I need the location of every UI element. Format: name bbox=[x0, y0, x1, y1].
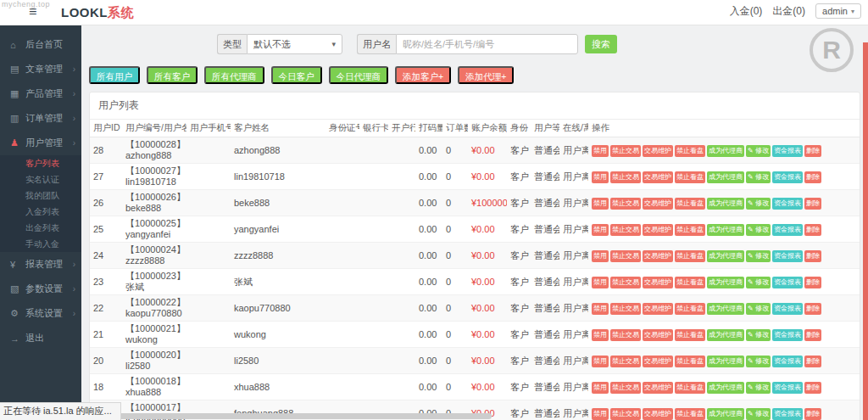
delete-button[interactable]: 删除 bbox=[804, 382, 821, 394]
sidebar-item-reports[interactable]: ¥ 报表管理 › bbox=[0, 252, 81, 277]
deposit-link[interactable]: 入金(0) bbox=[730, 4, 763, 19]
trade-maintenance-button[interactable]: 交易维护 bbox=[643, 356, 673, 367]
edit-button[interactable]: ✎ 修改 bbox=[746, 329, 771, 341]
trade-maintenance-button[interactable]: 交易维护 bbox=[643, 382, 673, 394]
sidebar-item-orders[interactable]: ▥ 订单管理 › bbox=[0, 106, 81, 131]
username-search-input[interactable] bbox=[396, 34, 578, 54]
edit-button[interactable]: ✎ 修改 bbox=[746, 408, 771, 420]
search-button[interactable]: 搜索 bbox=[585, 35, 617, 53]
trade-maintenance-button[interactable]: 交易维护 bbox=[643, 171, 673, 183]
disable-button[interactable]: 禁用 bbox=[592, 171, 609, 183]
disable-button[interactable]: 禁用 bbox=[592, 382, 609, 394]
sidebar-item-products[interactable]: ▦ 产品管理 › bbox=[0, 81, 81, 106]
become-agent-button[interactable]: 成为代理商 bbox=[707, 171, 744, 183]
edit-button[interactable]: ✎ 修改 bbox=[746, 171, 771, 183]
fund-report-button[interactable]: 资金报表 bbox=[772, 277, 803, 288]
trade-maintenance-button[interactable]: 交易维护 bbox=[643, 250, 673, 262]
become-agent-button[interactable]: 成为代理商 bbox=[707, 356, 744, 367]
forbid-market-view-button[interactable]: 禁止看盘 bbox=[675, 382, 705, 394]
forbid-market-view-button[interactable]: 禁止看盘 bbox=[675, 408, 705, 420]
delete-button[interactable]: 删除 bbox=[804, 224, 821, 236]
disable-button[interactable]: 禁用 bbox=[592, 303, 609, 315]
sidebar-item-params[interactable]: ▧ 参数设置 › bbox=[0, 277, 81, 301]
horizontal-scrollbar[interactable] bbox=[85, 413, 492, 419]
today-agents-button[interactable]: 今日代理商 bbox=[329, 66, 389, 84]
fund-report-button[interactable]: 资金报表 bbox=[772, 356, 803, 367]
forbid-market-view-button[interactable]: 禁止看盘 bbox=[675, 145, 705, 157]
forbid-trade-button[interactable]: 禁止交易 bbox=[610, 408, 641, 420]
forbid-trade-button[interactable]: 禁止交易 bbox=[610, 356, 641, 367]
type-select[interactable]: 默认不选 ▾ bbox=[247, 34, 342, 54]
all-customers-button[interactable]: 所有客户 bbox=[147, 66, 198, 84]
sidebar-item-system[interactable]: ⚙ 系统设置 › bbox=[0, 301, 81, 326]
forbid-trade-button[interactable]: 禁止交易 bbox=[610, 382, 641, 394]
delete-button[interactable]: 删除 bbox=[804, 277, 821, 288]
become-agent-button[interactable]: 成为代理商 bbox=[707, 250, 744, 262]
become-agent-button[interactable]: 成为代理商 bbox=[707, 145, 744, 157]
trade-maintenance-button[interactable]: 交易维护 bbox=[643, 329, 673, 341]
sidebar-subitem-deposit-list[interactable]: 入金列表 bbox=[0, 204, 81, 220]
trade-maintenance-button[interactable]: 交易维护 bbox=[643, 145, 673, 157]
today-customers-button[interactable]: 今日客户 bbox=[271, 66, 322, 84]
disable-button[interactable]: 禁用 bbox=[592, 408, 609, 420]
fund-report-button[interactable]: 资金报表 bbox=[772, 382, 803, 394]
trade-maintenance-button[interactable]: 交易维护 bbox=[643, 277, 673, 288]
disable-button[interactable]: 禁用 bbox=[592, 145, 609, 157]
sidebar-subitem-my-team[interactable]: 我的团队 bbox=[0, 188, 81, 204]
forbid-trade-button[interactable]: 禁止交易 bbox=[610, 329, 641, 341]
trade-maintenance-button[interactable]: 交易维护 bbox=[643, 198, 673, 210]
vertical-scrollbar[interactable] bbox=[863, 42, 868, 420]
fund-report-button[interactable]: 资金报表 bbox=[772, 145, 803, 157]
sidebar-item-users[interactable]: ♟ 用户管理 › bbox=[0, 131, 81, 155]
edit-button[interactable]: ✎ 修改 bbox=[746, 198, 771, 210]
sidebar-subitem-manual-deposit[interactable]: 手动入金 bbox=[0, 236, 81, 252]
sidebar-subitem-customer-list[interactable]: 客户列表 bbox=[0, 155, 81, 171]
forbid-trade-button[interactable]: 禁止交易 bbox=[610, 303, 641, 315]
delete-button[interactable]: 删除 bbox=[804, 250, 821, 262]
all-users-button[interactable]: 所有用户 bbox=[89, 66, 140, 84]
edit-button[interactable]: ✎ 修改 bbox=[746, 145, 771, 157]
become-agent-button[interactable]: 成为代理商 bbox=[707, 382, 744, 394]
delete-button[interactable]: 删除 bbox=[804, 408, 821, 420]
fund-report-button[interactable]: 资金报表 bbox=[772, 329, 803, 341]
edit-button[interactable]: ✎ 修改 bbox=[746, 277, 771, 288]
forbid-market-view-button[interactable]: 禁止看盘 bbox=[675, 303, 705, 315]
delete-button[interactable]: 删除 bbox=[804, 356, 821, 367]
sidebar-item-logout[interactable]: → 退出 bbox=[0, 326, 81, 350]
disable-button[interactable]: 禁用 bbox=[592, 277, 609, 288]
forbid-market-view-button[interactable]: 禁止看盘 bbox=[675, 277, 705, 288]
delete-button[interactable]: 删除 bbox=[804, 171, 821, 183]
delete-button[interactable]: 删除 bbox=[804, 145, 821, 157]
edit-button[interactable]: ✎ 修改 bbox=[746, 382, 771, 394]
become-agent-button[interactable]: 成为代理商 bbox=[707, 408, 744, 420]
sidebar-subitem-withdraw-list[interactable]: 出金列表 bbox=[0, 220, 81, 236]
disable-button[interactable]: 禁用 bbox=[592, 356, 609, 367]
forbid-market-view-button[interactable]: 禁止看盘 bbox=[675, 171, 705, 183]
add-agent-button[interactable]: 添加代理+ bbox=[458, 66, 514, 84]
forbid-trade-button[interactable]: 禁止交易 bbox=[610, 145, 641, 157]
admin-dropdown[interactable]: admin ▾ bbox=[815, 3, 861, 19]
delete-button[interactable]: 删除 bbox=[804, 198, 821, 210]
disable-button[interactable]: 禁用 bbox=[592, 198, 609, 210]
sidebar-subitem-real-name-auth[interactable]: 实名认证 bbox=[0, 171, 81, 188]
edit-button[interactable]: ✎ 修改 bbox=[746, 224, 771, 236]
forbid-trade-button[interactable]: 禁止交易 bbox=[610, 198, 641, 210]
forbid-market-view-button[interactable]: 禁止看盘 bbox=[675, 356, 705, 367]
fund-report-button[interactable]: 资金报表 bbox=[772, 250, 803, 262]
forbid-trade-button[interactable]: 禁止交易 bbox=[610, 224, 641, 236]
become-agent-button[interactable]: 成为代理商 bbox=[707, 198, 744, 210]
disable-button[interactable]: 禁用 bbox=[592, 329, 609, 341]
fund-report-button[interactable]: 资金报表 bbox=[772, 171, 803, 183]
edit-button[interactable]: ✎ 修改 bbox=[746, 303, 771, 315]
become-agent-button[interactable]: 成为代理商 bbox=[707, 303, 744, 315]
delete-button[interactable]: 删除 bbox=[804, 329, 821, 341]
edit-button[interactable]: ✎ 修改 bbox=[746, 250, 771, 262]
disable-button[interactable]: 禁用 bbox=[592, 250, 609, 262]
sidebar-item-articles[interactable]: ▤ 文章管理 › bbox=[0, 57, 81, 81]
become-agent-button[interactable]: 成为代理商 bbox=[707, 277, 744, 288]
trade-maintenance-button[interactable]: 交易维护 bbox=[643, 224, 673, 236]
fund-report-button[interactable]: 资金报表 bbox=[772, 303, 803, 315]
become-agent-button[interactable]: 成为代理商 bbox=[707, 329, 744, 341]
trade-maintenance-button[interactable]: 交易维护 bbox=[643, 408, 673, 420]
forbid-trade-button[interactable]: 禁止交易 bbox=[610, 250, 641, 262]
